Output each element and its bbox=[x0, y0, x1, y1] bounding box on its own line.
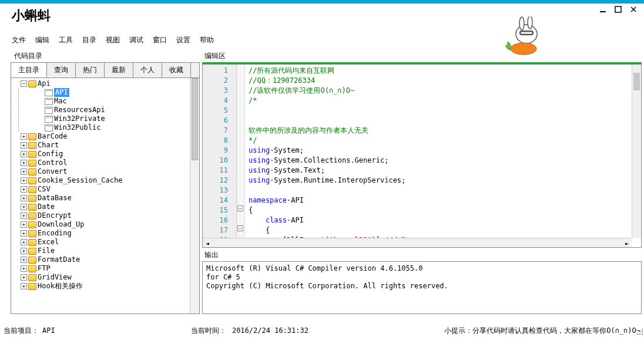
expand-icon[interactable]: + bbox=[21, 248, 27, 254]
code-area[interactable]: //所有源代码均来自互联网//QQ：1290726334//该软件仅供学习使用O… bbox=[245, 65, 641, 247]
tree-panel-label: 代码目录 bbox=[2, 50, 200, 62]
expand-icon[interactable]: + bbox=[21, 160, 27, 166]
expand-icon[interactable]: + bbox=[21, 151, 27, 157]
code-line[interactable]: using·System.Runtime.InteropServices; bbox=[249, 176, 641, 186]
output-panel[interactable]: Microsoft (R) Visual C# Compiler version… bbox=[202, 261, 642, 314]
maximize-button[interactable] bbox=[613, 5, 623, 14]
tree-node-GridView[interactable]: +GridView bbox=[14, 273, 199, 282]
tab-查询[interactable]: 查询 bbox=[47, 63, 76, 77]
tab-收藏[interactable]: 收藏 bbox=[162, 63, 191, 77]
expand-icon[interactable]: + bbox=[21, 168, 27, 175]
menu-视图[interactable]: 视图 bbox=[106, 35, 120, 45]
collapse-icon[interactable]: − bbox=[21, 80, 27, 87]
tree-node-Mac[interactable]: Mac bbox=[14, 97, 199, 106]
code-line[interactable]: { bbox=[249, 205, 641, 215]
expand-icon[interactable]: + bbox=[21, 186, 27, 193]
tree-node-api[interactable]: −Api bbox=[14, 79, 199, 88]
fold-icon[interactable]: − bbox=[237, 205, 243, 211]
expand-icon[interactable]: + bbox=[21, 265, 27, 272]
expand-icon[interactable]: + bbox=[21, 195, 27, 201]
close-button[interactable] bbox=[629, 5, 638, 14]
tree-node-ResourcesApi[interactable]: ResourcesApi bbox=[14, 106, 199, 114]
menu-bar: 文件编辑工具目录视图调试窗口设置帮助 bbox=[0, 27, 644, 50]
code-line[interactable]: class·API bbox=[249, 215, 641, 225]
tree-node-DataBase[interactable]: +DataBase bbox=[14, 194, 199, 203]
expand-icon[interactable]: + bbox=[21, 177, 27, 184]
menu-帮助[interactable]: 帮助 bbox=[200, 35, 214, 45]
line-number: 8 bbox=[203, 136, 228, 146]
folder-icon bbox=[28, 160, 36, 167]
code-line[interactable] bbox=[249, 106, 641, 116]
code-line[interactable] bbox=[249, 186, 641, 196]
menu-调试[interactable]: 调试 bbox=[129, 35, 143, 45]
expand-icon[interactable]: + bbox=[21, 133, 27, 140]
code-line[interactable]: */ bbox=[249, 136, 641, 146]
line-number: 11 bbox=[203, 166, 228, 176]
menu-工具[interactable]: 工具 bbox=[59, 35, 73, 45]
expand-icon[interactable]: + bbox=[21, 213, 27, 219]
tree-scrollbar[interactable] bbox=[190, 78, 199, 314]
code-editor[interactable]: 123456789101112131415161718 −− //所有源代码均来… bbox=[202, 64, 642, 248]
tree-node-Control[interactable]: +Control bbox=[14, 159, 199, 167]
code-line[interactable]: namespace·API bbox=[249, 196, 641, 205]
tree-node-Convert[interactable]: +Convert bbox=[14, 167, 199, 176]
code-tree[interactable]: −ApiAPIMacResourcesApiWin32PrivateWin32P… bbox=[11, 78, 199, 314]
tree-node-API[interactable]: API bbox=[14, 88, 199, 97]
expand-icon[interactable]: + bbox=[21, 221, 27, 228]
editor-vscroll[interactable] bbox=[632, 65, 641, 238]
menu-编辑[interactable]: 编辑 bbox=[35, 35, 49, 45]
code-line[interactable]: using·System; bbox=[249, 146, 641, 156]
code-line[interactable]: { bbox=[249, 225, 641, 235]
tab-热门[interactable]: 热门 bbox=[76, 63, 105, 77]
expand-icon[interactable]: + bbox=[21, 204, 27, 210]
expand-icon[interactable]: + bbox=[21, 142, 27, 149]
tab-主目录[interactable]: 主目录 bbox=[11, 63, 47, 77]
expand-icon[interactable]: + bbox=[21, 274, 27, 281]
tree-node-Cookie_Session_Cache[interactable]: +Cookie_Session_Cache bbox=[14, 176, 199, 185]
code-line[interactable]: //所有源代码均来自互联网 bbox=[249, 66, 641, 76]
code-line[interactable] bbox=[249, 116, 641, 126]
fold-icon[interactable]: − bbox=[237, 225, 243, 231]
tree-node-Config[interactable]: +Config bbox=[14, 150, 199, 159]
tree-node-Encoding[interactable]: +Encoding bbox=[14, 229, 199, 238]
expand-icon[interactable]: + bbox=[21, 239, 27, 245]
code-line[interactable]: /* bbox=[249, 96, 641, 106]
tree-node-BarCode[interactable]: +BarCode bbox=[14, 132, 199, 141]
expand-icon[interactable]: + bbox=[21, 257, 27, 263]
hscroll-right-icon[interactable]: ► bbox=[622, 238, 632, 248]
tree-node-Win32Private[interactable]: Win32Private bbox=[14, 114, 199, 123]
code-line[interactable]: using·System.Collections.Generic; bbox=[249, 156, 641, 166]
code-line[interactable]: //该软件仅供学习使用O(∩_∩)O~ bbox=[249, 86, 641, 96]
tree-node-Excel[interactable]: +Excel bbox=[14, 238, 199, 247]
code-line[interactable]: 软件中的所涉及的内容与作者本人无关 bbox=[249, 126, 641, 136]
tab-最新[interactable]: 最新 bbox=[105, 63, 133, 77]
tree-node-File[interactable]: +File bbox=[14, 247, 199, 255]
hscroll-left-icon[interactable]: ◄ bbox=[203, 238, 212, 248]
menu-目录[interactable]: 目录 bbox=[82, 35, 96, 45]
tree-node-CSV[interactable]: +CSV bbox=[14, 185, 199, 194]
menu-设置[interactable]: 设置 bbox=[176, 35, 190, 45]
tree-node-Hook相关操作[interactable]: +Hook相关操作 bbox=[14, 282, 199, 291]
resize-handle-icon[interactable] bbox=[635, 326, 643, 335]
minimize-button[interactable] bbox=[598, 5, 608, 14]
folder-icon bbox=[28, 274, 36, 281]
tree-node-Date[interactable]: +Date bbox=[14, 203, 199, 211]
editor-hscroll[interactable]: ◄ ► bbox=[203, 238, 632, 247]
expand-icon[interactable]: + bbox=[21, 283, 27, 289]
tree-node-FTP[interactable]: +FTP bbox=[14, 264, 199, 273]
tree-node-Chart[interactable]: +Chart bbox=[14, 141, 199, 150]
code-line[interactable]: using·System.Text; bbox=[249, 166, 641, 176]
folder-icon bbox=[28, 239, 36, 246]
code-line[interactable]: //QQ：1290726334 bbox=[249, 76, 641, 86]
tree-node-Win32Public[interactable]: Win32Public bbox=[14, 123, 199, 132]
status-time: 2016/2/24 16:31:32 bbox=[232, 326, 308, 335]
tab-个人[interactable]: 个人 bbox=[133, 63, 162, 77]
tree-node-FormatDate[interactable]: +FormatDate bbox=[14, 255, 199, 264]
fold-gutter[interactable]: −− bbox=[237, 65, 245, 247]
tree-node-DEncrypt[interactable]: +DEncrypt bbox=[14, 211, 199, 220]
file-icon bbox=[45, 98, 53, 105]
expand-icon[interactable]: + bbox=[21, 230, 27, 237]
tree-node-Download_Up[interactable]: +Download_Up bbox=[14, 220, 199, 229]
menu-窗口[interactable]: 窗口 bbox=[153, 35, 167, 45]
menu-文件[interactable]: 文件 bbox=[12, 35, 26, 45]
